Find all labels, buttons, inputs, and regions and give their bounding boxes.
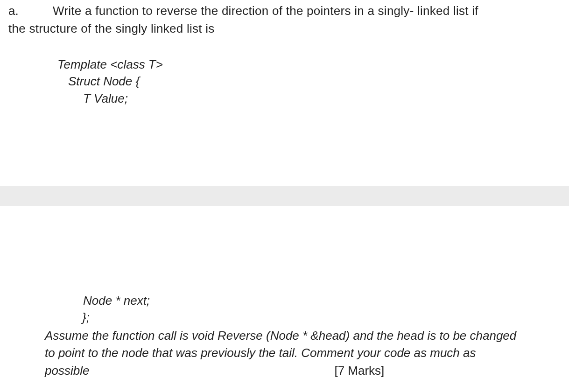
bottom-section: Node * next; }; Assume the function call… [0,292,569,380]
code-struct-line: Struct Node { [68,73,561,90]
question-text-1: Write a function to reverse the directio… [53,2,478,19]
code-block-bottom: Node * next; }; [8,292,561,326]
marks-score: [7 Marks] [334,362,384,380]
code-template-line: Template <class T> [57,56,561,73]
code-close-line: }; [82,309,561,326]
assume-possible: possible [45,362,89,380]
code-block-top: Template <class T> Struct Node { T Value… [8,56,561,107]
code-value-line: T Value; [83,90,561,107]
question-line-1: a. Write a function to reverse the direc… [8,2,561,19]
marks-line: possible [7 Marks] [45,362,561,380]
question-text-2: the structure of the singly linked list … [8,20,561,37]
code-next-line: Node * next; [83,292,561,309]
top-section: a. Write a function to reverse the direc… [0,0,569,107]
question-label: a. [8,2,53,19]
divider-band [0,186,569,206]
assume-block: Assume the function call is void Reverse… [8,327,561,380]
assume-line-2: to point to the node that was previously… [45,344,561,362]
assume-line-1: Assume the function call is void Reverse… [45,327,561,345]
